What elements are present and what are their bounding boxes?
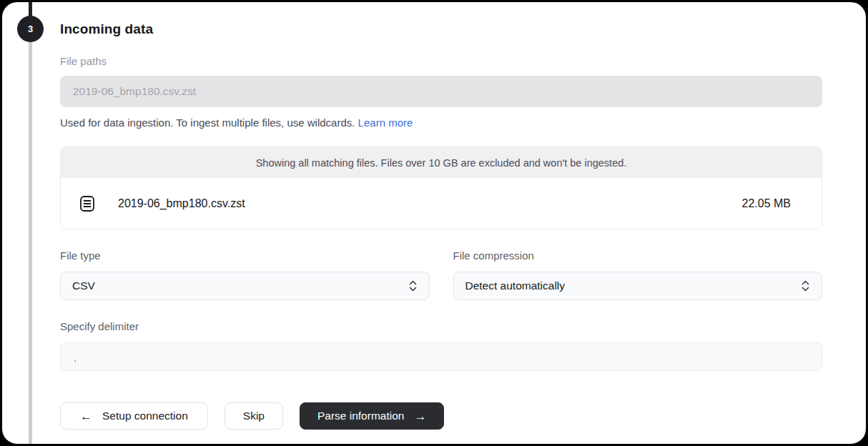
setup-connection-button[interactable]: ← Setup connection [60, 402, 208, 430]
file-paths-value: 2019-06_bmp180.csv.zst [73, 85, 196, 98]
learn-more-link[interactable]: Learn more [358, 117, 413, 129]
file-paths-label: File paths [60, 55, 822, 68]
file-type-field: File type CSV [60, 249, 430, 300]
skip-button[interactable]: Skip [225, 402, 283, 430]
file-compression-label: File compression [453, 249, 823, 262]
matching-files-header: Showing all matching files. Files over 1… [61, 147, 822, 178]
arrow-right-icon: → [414, 410, 426, 422]
file-type-label: File type [60, 249, 430, 262]
file-compression-select[interactable]: Detect automatically [453, 272, 823, 300]
delimiter-label: Specify delimiter [60, 320, 822, 333]
chevron-up-down-icon [801, 279, 810, 292]
file-compression-field: File compression Detect automatically [453, 249, 823, 300]
file-type-value: CSV [72, 279, 95, 292]
file-paths-help: Used for data ingestion. To ingest multi… [60, 117, 822, 129]
step-number: 3 [28, 24, 33, 34]
ingestion-wizard-window: 3 Incoming data File paths 2019-06_bmp18… [0, 0, 868, 446]
file-size: 22.05 MB [742, 197, 791, 210]
delimiter-input[interactable]: , [60, 342, 822, 371]
file-paths-input[interactable]: 2019-06_bmp180.csv.zst [60, 76, 822, 107]
page-title: Incoming data [60, 20, 822, 39]
matching-files-panel: Showing all matching files. Files over 1… [60, 147, 822, 229]
parse-information-label: Parse information [317, 410, 404, 422]
step-badge: 3 [17, 16, 44, 42]
document-icon [79, 195, 95, 212]
file-compression-value: Detect automatically [465, 279, 566, 292]
file-type-select[interactable]: CSV [60, 272, 430, 300]
timeline-segment-remaining [29, 42, 32, 444]
arrow-left-icon: ← [80, 410, 92, 422]
file-name: 2019-06_bmp180.csv.zst [118, 197, 245, 210]
help-text: Used for data ingestion. To ingest multi… [60, 117, 355, 129]
format-options-row: File type CSV File compression Detect au… [60, 249, 822, 300]
parse-information-button[interactable]: Parse information → [300, 402, 444, 430]
file-row: 2019-06_bmp180.csv.zst 22.05 MB [61, 178, 822, 229]
wizard-actions: ← Setup connection Skip Parse informatio… [60, 402, 822, 430]
skip-label: Skip [243, 410, 265, 422]
chevron-up-down-icon [408, 279, 418, 292]
setup-connection-label: Setup connection [102, 410, 188, 422]
delimiter-value: , [74, 351, 77, 363]
incoming-data-section: Incoming data File paths 2019-06_bmp180.… [60, 2, 822, 430]
